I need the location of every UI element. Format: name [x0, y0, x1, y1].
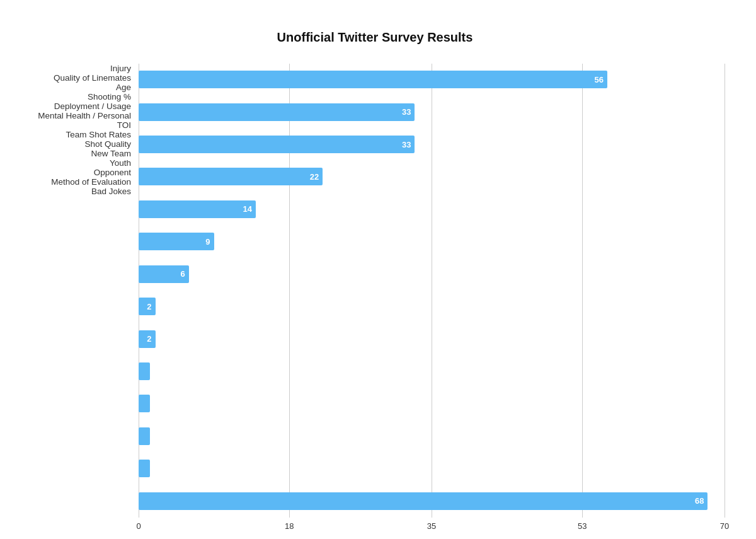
bar-value-label: 22	[310, 172, 319, 182]
bar-value-label: 2	[147, 334, 151, 344]
bar-value-label: 6	[180, 269, 185, 279]
bar	[139, 427, 150, 445]
bar-row: 9	[139, 226, 724, 258]
y-label: Age	[25, 83, 139, 92]
bar-value-label: 9	[205, 237, 210, 246]
chart-area: InjuryQuality of LinematesAgeShooting %D…	[25, 64, 724, 518]
y-label: TOI	[25, 120, 139, 130]
bar: 2	[139, 330, 156, 348]
bar	[139, 395, 150, 412]
chart-title: Unofficial Twitter Survey Results	[25, 30, 724, 45]
bar-value-label: 14	[243, 204, 252, 214]
bar	[139, 460, 150, 477]
y-label: Shooting %	[25, 92, 139, 101]
bar: 33	[139, 136, 415, 153]
bar: 68	[139, 492, 707, 510]
bar-row	[139, 355, 724, 387]
bar-value-label: 33	[402, 107, 411, 117]
bar-value-label: 68	[695, 496, 704, 506]
bar-row: 22	[139, 161, 724, 193]
y-label: Method of Evaluation	[25, 177, 139, 187]
x-tick-label: 0	[136, 521, 140, 531]
x-tick-label: 18	[285, 521, 294, 531]
y-label: Mental Health / Personal	[25, 111, 139, 120]
x-tick-label: 35	[427, 521, 436, 531]
bar-row: 14	[139, 193, 724, 225]
bar-value-label: 2	[147, 302, 151, 311]
bar-row: 2	[139, 323, 724, 355]
bar: 56	[139, 71, 607, 88]
bar-row	[139, 453, 724, 485]
y-label: Injury	[25, 64, 139, 73]
bar: 6	[139, 265, 189, 283]
bar-row	[139, 420, 724, 452]
y-label: Deployment / Usage	[25, 101, 139, 111]
bar-value-label: 56	[595, 75, 604, 84]
bar-row: 33	[139, 128, 724, 160]
x-tick-label: 53	[578, 521, 587, 531]
x-axis-labels: 018355370	[139, 518, 724, 521]
bar: 22	[139, 168, 323, 185]
bar-row: 68	[139, 485, 724, 517]
y-labels: InjuryQuality of LinematesAgeShooting %D…	[25, 64, 139, 518]
bar-row	[139, 388, 724, 420]
y-label: Youth	[25, 158, 139, 168]
chart-container: Unofficial Twitter Survey Results Injury…	[13, 11, 743, 528]
bar-value-label: 33	[402, 140, 411, 149]
y-label: Team Shot Rates	[25, 130, 139, 139]
bar-row: 56	[139, 64, 724, 96]
bar: 2	[139, 298, 156, 315]
bar-row: 33	[139, 96, 724, 128]
bar-row: 2	[139, 290, 724, 322]
bar: 14	[139, 200, 256, 218]
y-label: Opponent	[25, 168, 139, 177]
bar	[139, 362, 150, 380]
y-label: Bad Jokes	[25, 187, 139, 196]
grid-line	[724, 64, 725, 518]
bar: 9	[139, 233, 214, 250]
y-label: New Team	[25, 149, 139, 158]
bar-row: 6	[139, 258, 724, 290]
bar: 33	[139, 103, 415, 121]
x-tick-label: 70	[720, 521, 729, 531]
y-label: Shot Quality	[25, 139, 139, 149]
bars-area: 5633332214962268	[139, 64, 724, 518]
y-label: Quality of Linemates	[25, 73, 139, 83]
